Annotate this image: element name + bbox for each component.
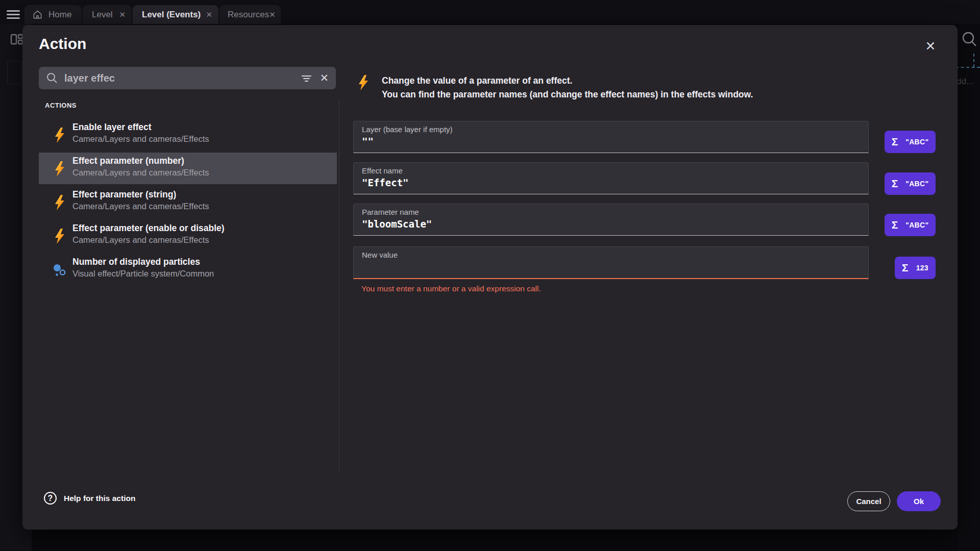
description-line: You can find the parameter names (and ch…	[382, 88, 892, 102]
selection-dashed-line	[973, 54, 974, 67]
action-path: Camera/Layers and cameras/Effects	[72, 168, 209, 178]
lightning-icon	[53, 161, 66, 177]
ok-button[interactable]: Ok	[897, 491, 941, 511]
lightning-icon	[357, 74, 370, 91]
menu-icon[interactable]	[7, 10, 20, 19]
action-list: Enable layer effect Camera/Layers and ca…	[39, 119, 337, 287]
tab-level[interactable]: Level ✕	[83, 5, 132, 24]
filter-icon[interactable]	[301, 74, 311, 82]
field-value[interactable]: "bloomScale"	[362, 218, 432, 230]
list-item[interactable]: Enable layer effect Camera/Layers and ca…	[39, 119, 337, 151]
field-value[interactable]: "Effect"	[362, 177, 409, 188]
expression-builder-button[interactable]: Σ "ABC"	[885, 131, 936, 153]
sigma-icon: Σ	[892, 219, 898, 231]
expression-builder-button[interactable]: Σ 123	[895, 257, 936, 279]
field-label: Parameter name	[362, 208, 419, 216]
action-path: Camera/Layers and cameras/Effects	[72, 134, 209, 144]
tab-resources[interactable]: Resources ✕	[219, 5, 281, 24]
tab-level-events[interactable]: Level (Events) ✕	[133, 5, 218, 24]
tab-close-icon[interactable]: ✕	[269, 10, 276, 19]
button-type-label: 123	[916, 264, 928, 272]
tab-close-icon[interactable]: ✕	[119, 10, 126, 19]
field-label: New value	[362, 251, 398, 259]
lightning-icon	[53, 194, 66, 211]
list-item[interactable]: Number of displayed particles Visual eff…	[39, 254, 337, 285]
tab-label: Resources	[228, 10, 269, 20]
list-item-selected[interactable]: Effect parameter (number) Camera/Layers …	[39, 153, 337, 184]
lightning-icon	[53, 228, 66, 244]
field-label: Layer (base layer if empty)	[362, 125, 453, 134]
dialog-title: Action	[39, 35, 86, 53]
tab-label: Home	[48, 10, 71, 20]
parameter-name-field[interactable]: Parameter name "bloomScale"	[353, 204, 869, 236]
section-header: ACTIONS	[45, 102, 77, 109]
field-value[interactable]: ""	[362, 136, 374, 147]
expression-builder-button[interactable]: Σ "ABC"	[885, 172, 936, 195]
action-title: Number of displayed particles	[72, 257, 200, 267]
expression-builder-button[interactable]: Σ "ABC"	[885, 214, 936, 236]
action-search-bar[interactable]: ✕	[39, 67, 336, 89]
lightning-icon	[53, 127, 66, 143]
action-path: Visual effect/Particle system/Common	[72, 269, 214, 279]
layer-field[interactable]: Layer (base layer if empty) ""	[353, 121, 869, 153]
button-type-label: "ABC"	[905, 180, 928, 188]
cancel-button[interactable]: Cancel	[847, 491, 890, 511]
search-icon	[46, 72, 58, 84]
help-icon: ?	[44, 492, 57, 505]
search-icon[interactable]	[961, 30, 978, 49]
background-truncated-text: dd...	[957, 77, 973, 87]
action-path: Camera/Layers and cameras/Effects	[72, 202, 209, 211]
tab-label: Level (Events)	[142, 10, 201, 20]
help-label: Help for this action	[64, 494, 135, 503]
close-icon[interactable]: ✕	[922, 37, 939, 55]
sigma-icon: Σ	[892, 136, 898, 148]
validation-error-text: You must enter a number or a valid expre…	[361, 284, 541, 293]
search-input[interactable]	[64, 72, 295, 84]
action-description: Change the value of a parameter of an ef…	[382, 74, 892, 102]
button-type-label: "ABC"	[905, 138, 928, 146]
background-right-panel	[958, 24, 980, 551]
tab-home[interactable]: Home	[24, 5, 82, 24]
button-type-label: "ABC"	[905, 221, 928, 229]
description-line: Change the value of a parameter of an ef…	[382, 74, 892, 88]
field-label: Effect name	[362, 166, 403, 175]
home-icon	[33, 10, 42, 19]
action-title: Effect parameter (enable or disable)	[72, 223, 225, 234]
action-path: Camera/Layers and cameras/Effects	[72, 235, 209, 245]
top-bar: Home Level ✕ Level (Events) ✕ Resources …	[0, 0, 980, 24]
tab-label: Level	[92, 10, 113, 20]
help-link[interactable]: ? Help for this action	[44, 492, 135, 505]
effect-name-field[interactable]: Effect name "Effect"	[353, 162, 869, 194]
objects-panel-icon[interactable]	[10, 33, 23, 46]
action-title: Effect parameter (number)	[72, 156, 184, 166]
selection-dashed-line	[955, 67, 980, 68]
list-item[interactable]: Effect parameter (string) Camera/Layers …	[39, 186, 337, 218]
clear-search-icon[interactable]: ✕	[317, 72, 329, 84]
background-panel-fragment	[7, 61, 21, 84]
new-value-field[interactable]: New value	[353, 246, 869, 279]
panel-divider	[339, 100, 339, 472]
action-dialog: Action ✕ ✕ ACTIONS Enable layer effect C…	[22, 25, 958, 530]
action-title: Effect parameter (string)	[72, 189, 176, 200]
sigma-icon: Σ	[902, 262, 909, 274]
tab-close-icon[interactable]: ✕	[206, 10, 212, 19]
particles-icon	[53, 263, 66, 279]
list-item[interactable]: Effect parameter (enable or disable) Cam…	[39, 220, 337, 252]
sigma-icon: Σ	[892, 178, 898, 190]
action-title: Enable layer effect	[72, 122, 152, 133]
